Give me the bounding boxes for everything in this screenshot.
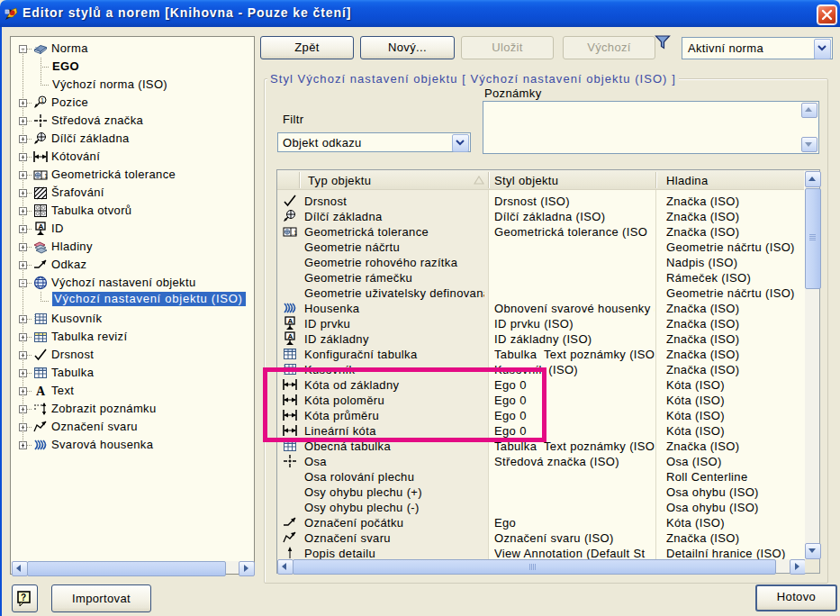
svg-text:.1: .1 <box>42 173 48 179</box>
svg-text:A: A <box>288 332 294 340</box>
svg-text:A: A <box>39 222 44 231</box>
svg-text:?: ? <box>21 593 26 602</box>
svg-text:A: A <box>36 385 46 398</box>
svg-text:.1: .1 <box>292 229 297 235</box>
svg-text:A: A <box>288 317 294 325</box>
svg-text:1: 1 <box>41 97 44 104</box>
